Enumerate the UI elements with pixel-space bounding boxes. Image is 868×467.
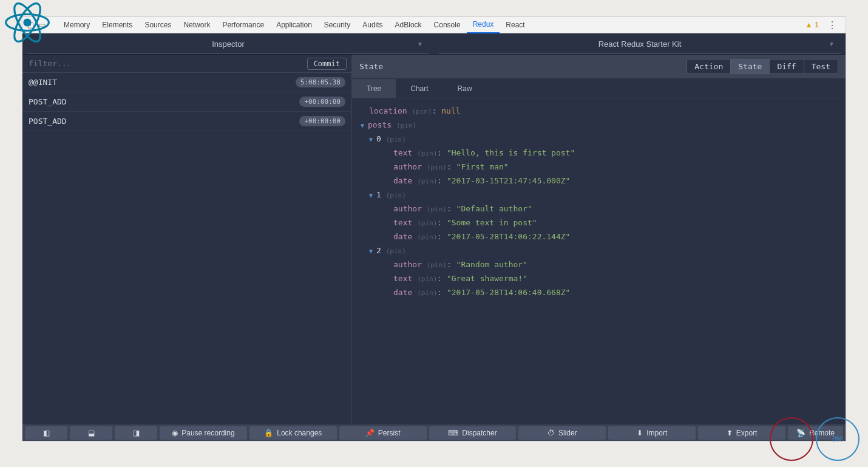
dispatcher-button[interactable]: ⌨Dispatcher: [429, 426, 517, 440]
devtools-tab-elements[interactable]: Elements: [96, 17, 138, 33]
pin-icon: 📌: [365, 429, 375, 437]
remote-icon: 📡: [796, 429, 805, 437]
pause-label: Pause recording: [181, 429, 234, 437]
chevron-down-icon: ▼: [417, 41, 423, 47]
svg-point-0: [23, 18, 31, 26]
filter-input[interactable]: [22, 59, 307, 68]
devtools-tab-performance[interactable]: Performance: [216, 17, 270, 33]
subtab-chart[interactable]: Chart: [396, 79, 442, 98]
remote-label: Remote: [809, 429, 835, 437]
devtools-tab-react[interactable]: React: [500, 17, 531, 33]
tree-line[interactable]: text (pin): "Great shawerma!": [361, 272, 837, 286]
bottom-toolbar: ◧ ⬓ ◨ ◉Pause recording 🔒Lock changes 📌Pe…: [22, 424, 846, 441]
import-label: Import: [646, 429, 667, 437]
action-name: @@INIT: [29, 78, 57, 87]
devtools-tab-security[interactable]: Security: [318, 17, 356, 33]
record-icon: ◉: [172, 429, 178, 437]
tree-line[interactable]: text (pin): "Some text in post": [361, 216, 837, 230]
seg-diff[interactable]: Diff: [770, 59, 804, 74]
kebab-menu-icon[interactable]: ⋮: [824, 19, 841, 31]
export-label: Export: [736, 429, 758, 437]
action-name: POST_ADD: [29, 97, 67, 106]
tree-line[interactable]: date (pin): "2017-05-28T14:06:22.144Z": [361, 230, 837, 244]
lock-icon: 🔒: [264, 429, 273, 437]
tree-line[interactable]: ▼2 (pin): [361, 244, 837, 258]
devtools-tab-redux[interactable]: Redux: [467, 17, 500, 33]
actions-pane: Commit @@INIT5:08:05.38POST_ADD+00:00:00…: [22, 55, 352, 424]
inspector-dropdown[interactable]: Inspector ▼: [22, 33, 434, 54]
warning-icon: ▲: [805, 21, 812, 29]
commit-button[interactable]: Commit: [307, 58, 347, 70]
remote-button[interactable]: 📡Remote: [788, 426, 843, 440]
action-row[interactable]: POST_ADD+00:00:00: [22, 92, 351, 112]
layout-right-button[interactable]: ◨: [115, 426, 157, 440]
devtools-tab-audits[interactable]: Audits: [356, 17, 388, 33]
keyboard-icon: ⌨: [448, 429, 458, 437]
tree-line[interactable]: author (pin): "Default author": [361, 202, 837, 216]
action-time-pill: +00:00:00: [299, 97, 345, 107]
action-row[interactable]: @@INIT5:08:05.38: [22, 73, 351, 92]
subtab-tree[interactable]: Tree: [352, 79, 396, 98]
tree-line[interactable]: ▼0 (pin): [361, 132, 837, 146]
instance-title: React Redux Starter Kit: [598, 39, 682, 49]
persist-button[interactable]: 📌Persist: [339, 426, 427, 440]
layout-left-button[interactable]: ◧: [25, 426, 67, 440]
action-time-pill: +00:00:00: [299, 116, 345, 126]
seg-action[interactable]: Action: [687, 59, 731, 74]
devtools-tab-adblock[interactable]: AdBlock: [389, 17, 428, 33]
warnings-count: 1: [815, 21, 819, 29]
state-mode-segmented: ActionStateDiffTest: [687, 59, 838, 74]
state-pane: State ActionStateDiffTest TreeChartRaw l…: [352, 55, 846, 424]
slider-button[interactable]: ⏱Slider: [518, 426, 606, 440]
download-icon: ⬇: [637, 429, 643, 437]
upload-icon: ⬆: [727, 429, 733, 437]
tree-line[interactable]: author (pin): "First man": [361, 160, 837, 174]
tree-line[interactable]: location (pin): null: [361, 104, 837, 118]
tree-line[interactable]: text (pin): "Hello, this is first post": [361, 146, 837, 160]
inspector-title: Inspector: [212, 39, 244, 49]
lock-changes-button[interactable]: 🔒Lock changes: [249, 426, 337, 440]
state-title: State: [359, 62, 383, 71]
state-subtabs: TreeChartRaw: [352, 79, 846, 98]
pause-recording-button[interactable]: ◉Pause recording: [160, 426, 247, 440]
panel-right-icon: ◨: [133, 429, 140, 437]
export-button[interactable]: ⬆Export: [698, 426, 785, 440]
subtab-raw[interactable]: Raw: [443, 79, 487, 98]
seg-state[interactable]: State: [731, 59, 770, 74]
action-name: POST_ADD: [29, 117, 67, 126]
react-logo-icon: [5, 0, 50, 47]
layout-bottom-button[interactable]: ⬓: [70, 426, 112, 440]
devtools-tab-console[interactable]: Console: [428, 17, 467, 33]
panel-left-icon: ◧: [43, 429, 50, 437]
devtools-tab-sources[interactable]: Sources: [138, 17, 177, 33]
dispatcher-label: Dispatcher: [462, 429, 497, 437]
slider-label: Slider: [558, 429, 577, 437]
state-tree: location (pin): null▼posts (pin)▼0 (pin)…: [352, 98, 846, 424]
tree-line[interactable]: author (pin): "Random author": [361, 258, 837, 272]
panel-bottom-icon: ⬓: [88, 429, 95, 437]
chevron-down-icon: ▼: [829, 41, 835, 47]
devtools-tab-memory[interactable]: Memory: [58, 17, 96, 33]
action-time-pill: 5:08:05.38: [296, 77, 345, 87]
tree-line[interactable]: ▼1 (pin): [361, 188, 837, 202]
warnings-indicator[interactable]: ▲ 1: [805, 21, 819, 29]
panel-headers: Inspector ▼ React Redux Starter Kit ▼: [22, 33, 846, 55]
seg-test[interactable]: Test: [804, 59, 838, 74]
devtools-tab-network[interactable]: Network: [177, 17, 216, 33]
action-row[interactable]: POST_ADD+00:00:00: [22, 112, 351, 131]
tree-line[interactable]: date (pin): "2017-05-28T14:06:40.668Z": [361, 286, 837, 300]
instance-dropdown[interactable]: React Redux Starter Kit ▼: [434, 33, 846, 54]
lock-label: Lock changes: [277, 429, 322, 437]
tree-line[interactable]: date (pin): "2017-03-15T21:47:45.000Z": [361, 174, 837, 188]
clock-icon: ⏱: [548, 429, 555, 437]
tree-line[interactable]: ▼posts (pin): [361, 118, 837, 132]
devtools-window: ◰ ▭ MemoryElementsSourcesNetworkPerforma…: [22, 16, 846, 441]
devtools-tab-application[interactable]: Application: [270, 17, 318, 33]
import-button[interactable]: ⬇Import: [608, 426, 696, 440]
persist-label: Persist: [378, 429, 401, 437]
devtools-tabbar: ◰ ▭ MemoryElementsSourcesNetworkPerforma…: [22, 17, 846, 33]
